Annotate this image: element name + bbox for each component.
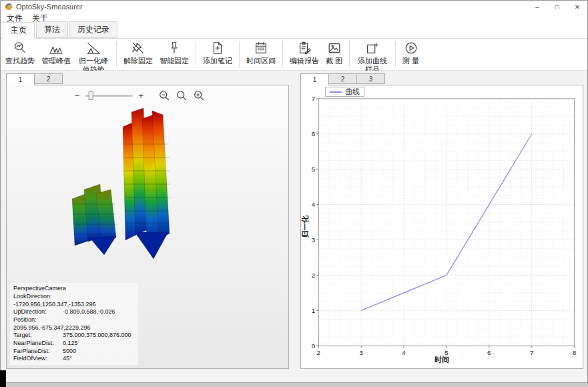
desktop: OptoSky-Smeasurer – □ ✕ 文件关于 主页算法历史记录 查找… (0, 0, 588, 387)
y-axis-label: 归一化 (300, 216, 310, 238)
line-chart[interactable]: 234567801234567 (301, 85, 583, 368)
toolbar-label: 管理峰值 (41, 57, 71, 65)
toolbar-button-edit-report[interactable]: 编辑报告 (286, 39, 322, 65)
maximize-button[interactable]: □ (547, 1, 567, 13)
toolbar-label: 截 图 (326, 57, 342, 65)
camera-info-row: FarPlaneDist:5000 (13, 348, 135, 356)
toolbar-label: 编辑报告 (290, 57, 319, 65)
zoom-controls: − + (75, 90, 205, 101)
add-note-icon (210, 41, 225, 55)
toolbar-button-manage-peaks[interactable]: 管理峰值 (38, 39, 74, 65)
camera-info-row: FieldOfView:45° (13, 355, 135, 363)
toolbar-button-search-trend[interactable]: 查找趋势 (2, 39, 38, 65)
toolbar-separator (395, 41, 396, 67)
tab-home[interactable]: 主页 (3, 22, 35, 39)
svg-text:0: 0 (312, 342, 316, 350)
svg-text:1: 1 (312, 307, 316, 314)
manage-peaks-icon (49, 41, 63, 55)
screenshot-icon (327, 41, 342, 55)
normalized-peak-trend-icon (86, 41, 101, 55)
toolbar-button-unpin[interactable]: 解除固定 (120, 39, 156, 65)
tab-algorithm[interactable]: 算法 (36, 21, 68, 38)
zoom-slider-thumb[interactable] (88, 91, 93, 100)
3d-surface-plot[interactable] (65, 104, 219, 271)
time-range-icon (254, 41, 268, 55)
add-curve-sample-icon (365, 41, 380, 55)
camera-info-title: PerspectiveCamera (13, 285, 135, 293)
unpin-icon (131, 41, 145, 55)
camera-info-row: NearPlaneDist:0.125 (13, 340, 135, 348)
3d-view-panel: − + (6, 85, 289, 369)
toolbar-label: 解除固定 (123, 57, 153, 65)
chart-view-tab-3[interactable]: 3 (356, 73, 385, 84)
svg-text:2: 2 (312, 272, 316, 279)
zoom-minus-label[interactable]: − (75, 91, 80, 100)
toolbar-button-add-curve-sample[interactable]: 添加曲线样品 (353, 39, 392, 73)
zoom-reset-icon[interactable] (176, 90, 188, 101)
toolbar-separator (116, 41, 117, 67)
camera-info-row: Target:375.000,375.000,876.000 (13, 332, 135, 340)
toolbar-button-smart-pin[interactable]: 智能固定 (156, 39, 192, 65)
toolbar: 查找趋势管理峰值归一化峰值趋势解除固定智能固定添加笔记时间区间编辑报告截 图添加… (1, 39, 587, 71)
toolbar-label: 时间区间 (246, 57, 276, 65)
toolbar-button-measure[interactable]: 测 量 (399, 39, 422, 65)
zoom-out-icon[interactable] (159, 90, 170, 101)
svg-text:6: 6 (312, 130, 316, 137)
toolbar-button-normalized-peak-trend[interactable]: 归一化峰值趋势 (74, 39, 113, 73)
toolbar-separator (282, 41, 283, 67)
chart-view-tab-1[interactable]: 1 (300, 73, 329, 85)
app-window: OptoSky-Smeasurer – □ ✕ 文件关于 主页算法历史记录 查找… (0, 0, 588, 383)
title-bar: OptoSky-Smeasurer – □ ✕ (1, 1, 587, 13)
camera-info-row: UpDirection:-0.809,0.588,-0.026 (13, 308, 135, 316)
chart-view-tab-2[interactable]: 2 (328, 73, 357, 84)
app-icon (5, 3, 13, 11)
window-title: OptoSky-Smeasurer (16, 3, 83, 11)
toolbar-label: 测 量 (402, 57, 419, 65)
search-trend-icon (13, 41, 27, 55)
svg-text:7: 7 (312, 95, 316, 102)
toolbar-label: 查找趋势 (5, 57, 35, 65)
chart-legend: 曲线 (325, 87, 364, 97)
main-tab-strip: 主页算法历史记录 (1, 24, 587, 39)
toolbar-button-screenshot[interactable]: 截 图 (322, 39, 346, 65)
minimize-button[interactable]: – (527, 1, 547, 13)
close-button[interactable]: ✕ (567, 1, 587, 13)
legend-label: 曲线 (345, 87, 360, 97)
zoom-plus-label[interactable]: + (138, 91, 143, 100)
left-panel-tabs: 12 (6, 73, 62, 84)
right-panel-tabs: 123 (300, 73, 384, 84)
toolbar-separator (239, 41, 240, 67)
legend-line-sample (330, 91, 342, 93)
svg-text:3: 3 (312, 236, 316, 244)
toolbar-label: 添加笔记 (203, 57, 232, 65)
camera-info-row: Position:2095.956,-675.347,2229.296 (13, 316, 135, 332)
svg-text:5: 5 (312, 165, 316, 173)
toolbar-button-time-range[interactable]: 时间区间 (243, 39, 279, 65)
desktop-corner (0, 370, 6, 387)
toolbar-separator (196, 41, 196, 67)
svg-text:4: 4 (312, 201, 316, 208)
toolbar-button-add-note[interactable]: 添加笔记 (200, 39, 236, 65)
chart-panel: 曲线 归一化 234567801234567 时间 (300, 85, 583, 369)
zoom-slider[interactable] (85, 95, 132, 97)
left-view-tab-2[interactable]: 2 (34, 73, 63, 84)
toolbar-separator (349, 41, 350, 67)
camera-info: PerspectiveCamera LookDirection:-1720.95… (10, 283, 138, 365)
edit-report-icon (297, 41, 312, 55)
camera-info-rows: LookDirection:-1720.956,1250.347,-1353.2… (13, 293, 135, 363)
zoom-in-icon[interactable] (194, 90, 205, 101)
content-area: 12 − + (1, 71, 587, 382)
toolbar-label: 智能固定 (160, 57, 189, 65)
camera-info-row: LookDirection:-1720.956,1250.347,-1353.2… (13, 293, 135, 308)
measure-icon (404, 41, 418, 55)
x-axis-label: 时间 (301, 355, 583, 365)
tab-history[interactable]: 历史记录 (69, 21, 117, 38)
smart-pin-icon (167, 41, 182, 55)
left-view-tab-1[interactable]: 1 (6, 73, 35, 85)
window-controls: – □ ✕ (527, 1, 587, 13)
